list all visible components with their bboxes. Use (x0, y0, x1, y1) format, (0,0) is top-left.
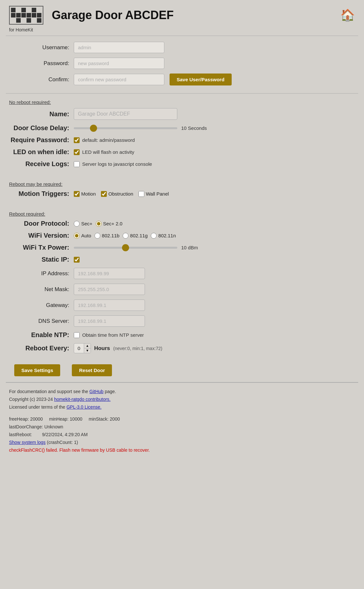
save-password-button[interactable]: Save User/Password (170, 74, 232, 85)
confirm-password-input[interactable] (74, 74, 164, 85)
reboot-required-section: Reboot required: Door Protocol: Sec+ Sec… (0, 205, 364, 361)
net-mask-row: Net Mask: (9, 284, 355, 295)
wifi-tx-value: 10 dBm (181, 245, 210, 250)
wifi-tx-power-label: WiFi Tx Power: (9, 244, 74, 251)
logo-pixel (32, 8, 36, 12)
wall-panel-item: Wall Panel (138, 191, 169, 197)
ip-address-label: IP Address: (9, 270, 74, 277)
last-door-change-row: lastDoorChange: Unknown (9, 423, 355, 431)
reboot-may-section: Reboot may be required: Motion Triggers:… (0, 176, 364, 205)
wifi-auto-radio[interactable] (74, 233, 80, 239)
led-idle-checkbox[interactable] (74, 149, 80, 155)
dns-server-input[interactable] (74, 315, 145, 327)
sec-plus-radio[interactable] (74, 221, 80, 227)
led-idle-text: LED will flash on activity (82, 149, 134, 155)
name-input[interactable] (74, 108, 177, 120)
door-close-delay-row: Door Close Delay: 10 Seconds (9, 124, 355, 132)
enable-ntp-checkbox[interactable] (74, 332, 80, 338)
sec-plus-2-item: Sec+ 2.0 (96, 221, 123, 227)
logo-pixel (37, 13, 41, 17)
page-title: Garage Door ABCDEF (52, 8, 335, 22)
sec-plus-2-radio[interactable] (96, 221, 102, 227)
wifi-80211n-label: 802.11n (158, 233, 176, 238)
receive-logs-checkbox[interactable] (74, 161, 80, 167)
ip-address-input[interactable] (74, 268, 145, 279)
logo-pixel (16, 18, 21, 23)
wifi-80211g-item: 802.11g (123, 233, 148, 239)
logo-pixel (32, 18, 36, 23)
enable-ntp-text: Obtain time from NTP server (82, 332, 144, 338)
spinner-down-button[interactable]: ▼ (84, 348, 91, 353)
garage-icon: 🏠 (340, 8, 355, 22)
wifi-tx-power-row: WiFi Tx Power: 10 dBm (9, 244, 355, 251)
license-link[interactable]: GPL-3.0 License. (66, 404, 101, 410)
sec-plus-2-label: Sec+ 2.0 (103, 221, 123, 226)
footer-stats: freeHeap: 20000 minHeap: 10000 minStack:… (9, 415, 355, 454)
obstruction-checkbox[interactable] (101, 191, 107, 197)
footer-doc: For documentation and support see the Gi… (9, 388, 355, 396)
logo-pixel (32, 13, 36, 17)
receive-logs-label: Receive Logs: (9, 160, 74, 168)
ip-address-row: IP Address: (9, 268, 355, 279)
enable-ntp-label: Enable NTP: (9, 331, 74, 339)
door-protocol-label: Door Protocol: (9, 220, 74, 227)
footer: For documentation and support see the Gi… (6, 382, 358, 457)
last-reboot-row: lastReboot: 9/22/2024, 4:29:20 AM (9, 431, 355, 439)
username-row: Username: (9, 42, 355, 53)
subtitle: for HomeKit (0, 27, 364, 36)
static-ip-label: Static IP: (9, 256, 74, 263)
wifi-80211b-radio[interactable] (94, 233, 100, 239)
footer-license: Licensed under terms of the GPL-3.0 Lice… (9, 403, 355, 411)
wifi-tx-power-slider-wrap: 10 dBm (74, 245, 210, 250)
footer-copyright: Copyright (c) 2023-24 homekit-ratgdo con… (9, 396, 355, 403)
enable-ntp-checkbox-row: Obtain time from NTP server (74, 332, 144, 338)
wifi-auto-item: Auto (74, 233, 91, 239)
gateway-label: Gateway: (9, 302, 74, 309)
led-idle-row: LED on when idle: LED will flash on acti… (9, 148, 355, 156)
receive-logs-row: Receive Logs: Server logs to javascript … (9, 160, 355, 168)
wifi-80211n-item: 802.11n (151, 233, 176, 239)
wifi-80211b-label: 802.11b (102, 233, 119, 238)
wall-panel-checkbox[interactable] (138, 191, 144, 197)
heap-stats-row: freeHeap: 20000 minHeap: 10000 minStack:… (9, 415, 355, 423)
show-system-logs-link[interactable]: Show system logs (9, 440, 46, 445)
password-row: Password: (9, 58, 355, 69)
credentials-section: Username: Password: Confirm: Save User/P… (0, 36, 364, 93)
enable-ntp-row: Enable NTP: Obtain time from NTP server (9, 331, 355, 339)
logo-pixel (11, 18, 16, 23)
github-link[interactable]: GitHub (89, 389, 104, 394)
require-password-text: default: admin/password (82, 137, 135, 143)
bottom-buttons: Save Settings Reset Door (0, 361, 364, 382)
door-close-delay-slider[interactable] (74, 127, 177, 129)
reboot-every-row: Reboot Every: 0 ▲ ▼ Hours (never:0, min:… (9, 343, 355, 353)
wifi-80211n-radio[interactable] (151, 233, 157, 239)
dns-server-label: DNS Server: (9, 318, 74, 324)
username-input[interactable] (74, 42, 164, 53)
net-mask-input[interactable] (74, 284, 145, 295)
save-settings-button[interactable]: Save Settings (14, 364, 60, 376)
contributors-link[interactable]: homekit-ratgdo contributors. (54, 397, 110, 402)
spinner-up-button[interactable]: ▲ (84, 344, 91, 348)
motion-checkbox[interactable] (74, 191, 80, 197)
name-label: Name: (9, 110, 74, 118)
static-ip-checkbox[interactable] (74, 257, 80, 263)
require-password-checkbox[interactable] (74, 137, 80, 143)
sec-plus-label: Sec+ (81, 221, 93, 226)
doc-text: For documentation and support see the (9, 389, 89, 394)
door-protocol-group: Sec+ Sec+ 2.0 (74, 221, 122, 227)
wifi-80211g-radio[interactable] (123, 233, 128, 239)
logo-pixel (37, 18, 41, 23)
logo-pixel (27, 13, 31, 17)
logo-pixel (16, 13, 21, 17)
require-password-label: Require Password: (9, 136, 74, 144)
logo-pixel (37, 8, 41, 12)
wifi-auto-label: Auto (81, 233, 91, 238)
password-input[interactable] (74, 58, 164, 69)
reboot-required-label: Reboot required: (9, 211, 355, 217)
logo-pixel (21, 18, 26, 23)
wifi-tx-power-slider[interactable] (74, 247, 177, 249)
gateway-input[interactable] (74, 300, 145, 311)
reset-door-button[interactable]: Reset Door (72, 364, 112, 376)
free-heap: freeHeap: 20000 (9, 416, 43, 422)
motion-triggers-group: Motion Obstruction Wall Panel (74, 191, 169, 197)
